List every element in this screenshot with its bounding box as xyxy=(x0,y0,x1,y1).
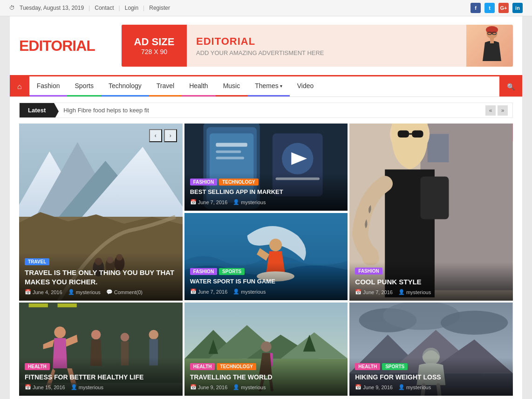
fitness-article-title: FITNESS FOR BETTER HEALTHY LIFE xyxy=(25,373,177,381)
travelling-tags: HEALTH TECHNOLOGY xyxy=(190,363,342,370)
slider-prev-button[interactable]: ‹ xyxy=(149,129,162,142)
punk-card-overlay: FASHION COOL PUNK STYLE 📅 June 7, 2016 👤… xyxy=(349,262,513,301)
nav-video[interactable]: Video xyxy=(290,76,321,96)
contact-link[interactable]: Contact xyxy=(95,5,114,11)
ticker-next-button[interactable]: » xyxy=(498,105,508,116)
nav-home-button[interactable]: ⌂ xyxy=(10,76,29,96)
svg-rect-51 xyxy=(58,303,77,307)
watersport-tag-sports: SPORTS xyxy=(219,268,245,275)
app-card-overlay: FASHION TECHNOLOGY BEST SELLING APP IN M… xyxy=(184,173,348,211)
hiking-date: 📅 June 9, 2016 xyxy=(355,384,393,390)
watersport-tags: FASHION SPORTS xyxy=(190,268,342,275)
svg-rect-5 xyxy=(490,38,494,43)
fitness-tag-health: HEALTH xyxy=(25,363,50,370)
punk-tag-fashion: FASHION xyxy=(355,268,382,275)
punk-tags: FASHION xyxy=(355,268,507,275)
ad-red-block: AD SIZE 728 X 90 xyxy=(122,25,187,67)
app-tag-technology: TECHNOLOGY xyxy=(219,179,259,186)
article-card-fitness[interactable]: HEALTH FITNESS FOR BETTER HEALTHY LIFE 📅… xyxy=(19,303,183,396)
article-card-hiking[interactable]: HEALTH SPORTS HIKING FOR WEIGHT LOSS 📅 J… xyxy=(349,303,513,396)
fitness-article-meta: 📅 June 15, 2016 👤 mysterious xyxy=(25,384,177,390)
svg-rect-25 xyxy=(216,157,244,159)
ticker-text: High Fibre food helps to keep fit xyxy=(54,103,485,117)
featured-card-overlay: TRAVEL TRAVEL IS THE ONLY THING YOU BUY … xyxy=(19,253,183,301)
logo-red: ORIAL xyxy=(51,37,95,54)
svg-point-54 xyxy=(121,333,130,342)
facebook-icon[interactable]: f xyxy=(471,3,481,13)
svg-rect-40 xyxy=(412,131,423,138)
punk-author: 👤 mysterious xyxy=(398,289,431,295)
linkedin-icon[interactable]: in xyxy=(512,3,523,13)
article-card-travelling[interactable]: HEALTH TECHNOLOGY TRAVELLING THE WORLD 📅… xyxy=(184,303,348,396)
featured-article-card[interactable]: ‹ › TRAVEL TRAVEL IS THE ONLY THING YOU … xyxy=(19,124,183,301)
slider-next-button[interactable]: › xyxy=(164,129,177,142)
slider-controls: ‹ › xyxy=(149,129,177,142)
watersport-card-overlay: FASHION SPORTS WATER SPORT IS FUN GAME 📅… xyxy=(184,262,348,300)
travelling-date: 📅 June 9, 2016 xyxy=(190,384,228,390)
clock-icon: ⏱ xyxy=(9,5,15,11)
svg-rect-37 xyxy=(428,134,449,162)
nav-fashion[interactable]: Fashion xyxy=(29,76,68,96)
app-author: 👤 mysterious xyxy=(233,199,266,205)
travelling-tag-tech: TECHNOLOGY xyxy=(217,363,256,370)
themes-dropdown-icon: ▾ xyxy=(280,83,282,89)
top-bar-left: ⏱ Tuesday, August 13, 2019 | Contact | L… xyxy=(9,5,170,11)
featured-tag-travel: TRAVEL xyxy=(25,258,49,265)
news-ticker: Latest High Fibre food helps to keep fit… xyxy=(19,103,513,118)
hiking-article-title: HIKING FOR WEIGHT LOSS xyxy=(355,373,507,381)
nav-technology[interactable]: Technology xyxy=(101,76,149,96)
featured-date: 📅 June 4, 2016 xyxy=(25,289,62,295)
hiking-card-overlay: HEALTH SPORTS HIKING FOR WEIGHT LOSS 📅 J… xyxy=(349,358,513,396)
fitness-card-overlay: HEALTH FITNESS FOR BETTER HEALTHY LIFE 📅… xyxy=(19,358,183,396)
svg-point-46 xyxy=(269,239,282,251)
register-link[interactable]: Register xyxy=(149,5,170,11)
app-article-title: BEST SELLING APP IN MARKET xyxy=(190,188,342,196)
logo-black: EDIT xyxy=(19,37,51,54)
login-link[interactable]: Login xyxy=(125,5,138,11)
hiking-article-meta: 📅 June 9, 2016 👤 mysterious xyxy=(355,384,507,390)
watersport-article-title: WATER SPORT IS FUN GAME xyxy=(190,278,342,286)
fitness-tags: HEALTH xyxy=(25,363,177,370)
nav-sports[interactable]: Sports xyxy=(67,76,101,96)
svg-rect-23 xyxy=(216,143,247,147)
main-wrapper: EDITORIAL AD SIZE 728 X 90 EDITORIAL ADD… xyxy=(10,16,522,399)
hiking-tag-sports: SPORTS xyxy=(382,363,408,370)
nav-travel[interactable]: Travel xyxy=(149,76,182,96)
top-bar: ⏱ Tuesday, August 13, 2019 | Contact | L… xyxy=(0,0,532,16)
article-card-punk[interactable]: FASHION COOL PUNK STYLE 📅 June 7, 2016 👤… xyxy=(349,124,513,301)
article-card-watersport[interactable]: FASHION SPORTS WATER SPORT IS FUN GAME 📅… xyxy=(184,213,348,300)
ad-brand: EDITORIAL xyxy=(196,35,457,48)
punk-article-meta: 📅 June 7, 2016 👤 mysterious xyxy=(355,289,507,295)
content-area: ‹ › TRAVEL TRAVEL IS THE ONLY THING YOU … xyxy=(10,124,522,399)
main-article-grid: ‹ › TRAVEL TRAVEL IS THE ONLY THING YOU … xyxy=(19,124,513,301)
featured-comment: 💬 Comment(0) xyxy=(106,289,143,295)
watersport-author: 👤 mysterious xyxy=(233,289,266,295)
featured-article-meta: 📅 June 4, 2016 👤 mysterious 💬 Comment(0) xyxy=(25,289,177,295)
nav-themes[interactable]: Themes ▾ xyxy=(247,76,290,96)
ad-image xyxy=(466,25,513,67)
nav-search-button[interactable]: 🔍 xyxy=(499,76,522,96)
travelling-author: 👤 mysterious xyxy=(233,384,266,390)
article-card-app[interactable]: FASHION TECHNOLOGY BEST SELLING APP IN M… xyxy=(184,124,348,211)
nav-health[interactable]: Health xyxy=(182,76,215,96)
svg-point-74 xyxy=(441,310,508,335)
svg-rect-24 xyxy=(216,151,241,153)
hiking-tags: HEALTH SPORTS xyxy=(355,363,507,370)
twitter-icon[interactable]: t xyxy=(484,3,495,13)
app-date: 📅 June 7, 2016 xyxy=(190,199,228,205)
fitness-author: 👤 mysterious xyxy=(71,384,103,390)
person-svg xyxy=(471,26,508,66)
svg-rect-39 xyxy=(398,131,409,138)
nav-music[interactable]: Music xyxy=(216,76,248,96)
logo: EDITORIAL xyxy=(19,37,112,55)
svg-rect-50 xyxy=(29,303,48,307)
travelling-article-title: TRAVELLING THE WORLD xyxy=(190,373,342,381)
featured-article-title: TRAVEL IS THE ONLY THING YOU BUY THAT MA… xyxy=(25,268,177,286)
ticker-prev-button[interactable]: « xyxy=(485,105,496,116)
googleplus-icon[interactable]: G+ xyxy=(498,3,509,13)
calendar-icon: 📅 xyxy=(25,289,31,295)
user-icon: 👤 xyxy=(68,289,75,295)
hiking-tag-health: HEALTH xyxy=(355,363,380,370)
punk-article-title: COOL PUNK STYLE xyxy=(355,277,507,287)
date: Tuesday, August 13, 2019 xyxy=(20,5,84,11)
